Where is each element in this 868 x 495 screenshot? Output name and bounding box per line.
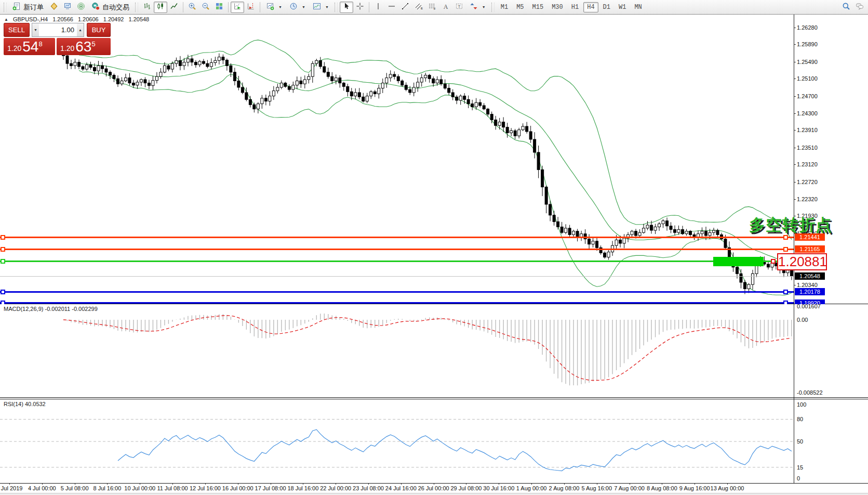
profiles-button[interactable]: ▼ [286, 2, 309, 13]
timeframe-button-M5[interactable]: M5 [513, 2, 527, 12]
vertical-line-button[interactable] [371, 2, 385, 13]
chart-annotation-text[interactable]: 多空转折点 [749, 214, 840, 236]
toolbar-grip[interactable] [135, 3, 138, 12]
indicators-icon [313, 2, 321, 12]
buy-price-tile[interactable]: 1.20 63 5 [57, 38, 111, 55]
time-axis-label: 12 Jul 16:00 [190, 485, 221, 491]
sell-button[interactable]: SELL [4, 23, 30, 37]
time-axis[interactable]: 2 Jul 20194 Jul 00:005 Jul 08:008 Jul 16… [0, 483, 868, 493]
symbol-name: GBPUSD-,H4 [13, 16, 48, 22]
price-line-label-1.21441: 1.21441 [795, 233, 825, 241]
autotrading-icon [91, 2, 100, 12]
indicators-button[interactable]: ▼ [309, 2, 332, 13]
time-axis-label: 29 Jul 08:00 [451, 485, 482, 491]
fibonacci-button[interactable]: F [425, 2, 439, 13]
timeframe-button-D1[interactable]: D1 [599, 2, 614, 12]
sell-price-tile[interactable]: 1.20 54 8 [4, 38, 55, 55]
new-order-button[interactable]: 新订单 [9, 2, 47, 13]
timeframe-button-M1[interactable]: M1 [497, 2, 512, 12]
time-axis-label: 8 Jul 16:00 [94, 485, 122, 491]
buy-button[interactable]: BUY [87, 23, 111, 37]
chart-shift-icon [247, 2, 255, 12]
rsi-line [118, 429, 792, 471]
signals-button[interactable] [74, 2, 88, 13]
terminal-window: 新订单 自动交易 ▼ ▼ [0, 0, 868, 495]
horizontal-line-button[interactable] [385, 2, 398, 13]
chat-button[interactable] [853, 2, 866, 13]
price-line-label-1.20178: 1.20178 [795, 288, 825, 295]
timeframe-button-M15[interactable]: M15 [529, 2, 547, 12]
text-button[interactable]: A [439, 2, 452, 13]
toolbar-grip[interactable] [491, 3, 495, 12]
time-axis-label: 24 Jul 16:00 [385, 485, 417, 491]
timeframe-button-H1[interactable]: H1 [568, 2, 582, 12]
line-chart-button[interactable] [167, 2, 181, 13]
candlesticks [62, 49, 793, 294]
toolbar-group-objects: E F A T ▼ [340, 2, 489, 13]
price-callout-label[interactable]: 1.20881 [777, 253, 827, 270]
hline-1.20881[interactable] [0, 260, 794, 262]
zoom-out-button[interactable] [199, 2, 212, 13]
time-axis-border [0, 483, 868, 484]
volume-decrease-button[interactable]: ▼ [32, 23, 39, 36]
candlestick-chart-button[interactable] [154, 2, 167, 13]
callout-anchor-handle[interactable] [771, 259, 776, 264]
arrows-button[interactable]: ▼ [466, 2, 489, 13]
text-label-button[interactable]: T [452, 2, 466, 13]
timeframe-button-MN[interactable]: MN [631, 2, 645, 12]
toolbar-separator [228, 2, 229, 12]
volume-input[interactable]: 1.00 [39, 23, 77, 36]
timeframe-button-W1[interactable]: W1 [615, 2, 630, 12]
market-watch-button[interactable] [61, 2, 74, 13]
highlight-rectangle[interactable] [713, 257, 764, 266]
hline-handle[interactable] [783, 235, 788, 240]
hline-handle[interactable] [783, 301, 788, 304]
hline-1.21165[interactable] [0, 249, 794, 250]
crosshair-button[interactable] [353, 2, 367, 13]
hline-handle[interactable] [1, 235, 5, 240]
line-chart-icon [170, 2, 178, 12]
timeframe-button-H4[interactable]: H4 [583, 2, 598, 12]
autotrading-button[interactable]: 自动交易 [88, 2, 133, 13]
zoom-out-icon [202, 2, 210, 12]
hline-1.21441[interactable] [0, 237, 794, 238]
panel-separator[interactable] [0, 397, 868, 398]
equidistant-channel-button[interactable]: E [412, 2, 425, 13]
price-axis-label: 1.22320 [797, 196, 818, 202]
hline-handle[interactable] [783, 290, 788, 294]
chart-shift-button[interactable] [244, 2, 258, 13]
sell-price-prefix: 1.20 [7, 43, 21, 54]
trendline-button[interactable] [398, 2, 412, 13]
hline-handle[interactable] [1, 290, 5, 294]
auto-scroll-button[interactable] [231, 2, 244, 13]
collapse-panel-icon[interactable]: ▲ [4, 17, 8, 22]
search-button[interactable] [839, 2, 853, 13]
hline-handle[interactable] [1, 301, 5, 304]
hline-1.20178[interactable] [0, 291, 794, 293]
time-axis-label: 17 Jul 08:00 [255, 485, 286, 491]
toolbar-grip[interactable] [335, 3, 338, 12]
timeframe-button-M30[interactable]: M30 [548, 2, 567, 12]
hline-handle[interactable] [1, 247, 5, 252]
metaeditor-button[interactable] [47, 2, 61, 13]
cursor-button[interactable] [340, 2, 353, 13]
panel-separator[interactable] [0, 399, 868, 399]
price-axis-label: 1.26280 [797, 24, 818, 31]
toolbar-right [839, 2, 866, 13]
price-axis-label: 1.22720 [797, 179, 818, 185]
panel-separator[interactable] [0, 304, 868, 304]
time-axis-label: 2 Aug 08:00 [549, 485, 580, 491]
new-chart-button[interactable]: ▼ [262, 2, 286, 13]
bar-chart-button[interactable] [140, 2, 154, 13]
hline-handle[interactable] [783, 247, 788, 252]
metaeditor-icon [50, 2, 58, 12]
time-axis-label: 11 Jul 08:00 [157, 485, 188, 491]
toolbar-group-main: 新订单 自动交易 [9, 2, 133, 13]
new-order-label: 新订单 [23, 3, 44, 12]
rsi-axis-label: 100 [797, 401, 806, 408]
volume-increase-button[interactable]: ▲ [77, 23, 84, 36]
zoom-in-button[interactable] [185, 2, 199, 13]
hline-handle[interactable] [1, 259, 5, 264]
tile-windows-button[interactable] [212, 2, 226, 13]
toolbar-grip[interactable] [4, 3, 7, 12]
